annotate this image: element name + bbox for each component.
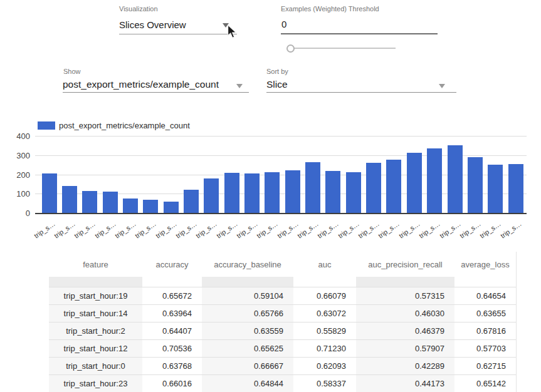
table-header-cell[interactable]: average_loss (454, 252, 516, 277)
chart-bar[interactable] (468, 157, 483, 213)
table-cell: trip_start_hour:0 (49, 358, 142, 374)
chart-bar[interactable] (82, 191, 97, 213)
table-cell: 0.57703 (454, 340, 516, 357)
table-cell: trip_start_hour:23 (49, 375, 142, 392)
y-axis-tick-label: 300 (5, 151, 30, 160)
table-cell: 0.65625 (202, 340, 293, 357)
table-row[interactable]: trip_start_hour:00.637680.666670.620930.… (49, 357, 516, 374)
table-cell: 0.46030 (356, 305, 454, 322)
chart-bar[interactable] (448, 145, 463, 213)
table-cell: 0.57315 (356, 287, 454, 304)
y-axis-tick-label: 400 (5, 132, 30, 141)
table-header-cell[interactable]: accuracy_baseline (202, 252, 293, 277)
table-filter-row (49, 277, 516, 287)
table-cell: 0.63072 (293, 305, 356, 322)
chart-bar[interactable] (366, 163, 381, 213)
table-cell: 0.66667 (202, 358, 293, 374)
chart-bar[interactable] (285, 170, 300, 213)
bar-chart: post_export_metrics/example_count 010020… (0, 0, 541, 247)
table-header-cell[interactable]: feature (49, 252, 142, 277)
chart-bar[interactable] (164, 202, 179, 213)
table-cell: trip_start_hour:19 (49, 287, 142, 304)
table-cell: 0.58337 (293, 375, 356, 392)
chart-bar[interactable] (103, 192, 118, 213)
metrics-table: featureaccuracyaccuracy_baselineaucauc_p… (49, 252, 517, 392)
table-cell: 0.65766 (202, 305, 293, 322)
x-axis-line (35, 213, 527, 214)
chart-bar[interactable] (265, 172, 280, 213)
table-cell: 0.65672 (142, 287, 202, 304)
table-filter-cell[interactable] (202, 277, 293, 287)
y-axis-tick-label: 100 (5, 189, 30, 199)
table-filter-cell[interactable] (142, 277, 202, 287)
table-cell: 0.64407 (142, 322, 202, 339)
table-cell: 0.64654 (454, 287, 516, 304)
table-cell: 0.66079 (293, 287, 356, 304)
table-cell: trip_start_hour:12 (49, 340, 142, 357)
table-header-row: featureaccuracyaccuracy_baselineaucauc_p… (49, 252, 516, 277)
table-cell: 0.59104 (202, 287, 293, 304)
table-cell: 0.42289 (356, 358, 454, 374)
table-cell: 0.44173 (356, 375, 454, 392)
table-cell: 0.64844 (202, 375, 293, 392)
chart-bar[interactable] (42, 173, 57, 213)
table-cell: 0.66016 (142, 375, 202, 392)
gridline (35, 136, 527, 137)
table-cell: 0.70536 (142, 340, 202, 357)
chart-bar[interactable] (62, 186, 77, 213)
y-axis-tick-label: 0 (5, 209, 30, 218)
chart-bar[interactable] (224, 173, 239, 213)
chart-bar[interactable] (488, 165, 503, 213)
table-header-cell[interactable]: auc_precision_recall (356, 252, 454, 277)
table-cell: 0.46379 (356, 322, 454, 339)
table-filter-cell[interactable] (49, 277, 142, 287)
table-cell: trip_start_hour:14 (49, 305, 142, 322)
chart-bar[interactable] (204, 178, 219, 213)
table-cell: 0.63655 (454, 305, 516, 322)
table-filter-cell[interactable] (356, 277, 454, 287)
table-filter-cell[interactable] (293, 277, 356, 287)
table-row[interactable]: trip_start_hour:20.644070.635590.558290.… (49, 322, 516, 339)
table-row[interactable]: trip_start_hour:230.660160.648440.583370… (49, 374, 516, 392)
chart-bar[interactable] (346, 172, 361, 213)
legend-swatch (38, 121, 55, 130)
table-cell: 0.55829 (293, 322, 356, 339)
table-cell: 0.67816 (454, 322, 516, 339)
chart-bar[interactable] (244, 173, 260, 213)
table-row[interactable]: trip_start_hour:120.705360.656250.712300… (49, 339, 516, 357)
table-header-cell[interactable]: accuracy (142, 252, 202, 277)
table-cell: 0.63964 (142, 305, 202, 322)
table-header-cell[interactable]: auc (293, 252, 356, 277)
table-filter-cell[interactable] (454, 277, 516, 287)
y-axis-tick-label: 200 (5, 170, 30, 180)
chart-bar[interactable] (407, 153, 422, 213)
table-row[interactable]: trip_start_hour:190.656720.591040.660790… (49, 287, 516, 304)
chart-bar[interactable] (123, 199, 138, 213)
table-cell: trip_start_hour:2 (49, 322, 142, 339)
chart-bar[interactable] (386, 160, 401, 213)
table-cell: 0.62093 (293, 358, 356, 374)
chart-bar[interactable] (305, 162, 320, 213)
table-cell: 0.71230 (293, 340, 356, 357)
table-cell: 0.57907 (356, 340, 454, 357)
chart-bar[interactable] (508, 164, 523, 213)
table-row[interactable]: trip_start_hour:140.639640.657660.630720… (49, 304, 516, 322)
table-cell: 0.65142 (454, 375, 516, 392)
legend-label: post_export_metrics/example_count (59, 121, 190, 130)
chart-bar[interactable] (184, 190, 199, 213)
table-cell: 0.62715 (454, 358, 516, 374)
table-cell: 0.63768 (142, 358, 202, 374)
chart-bar[interactable] (143, 200, 158, 213)
chart-bar[interactable] (325, 171, 340, 213)
table-cell: 0.63559 (202, 322, 293, 339)
chart-bar[interactable] (427, 148, 442, 213)
